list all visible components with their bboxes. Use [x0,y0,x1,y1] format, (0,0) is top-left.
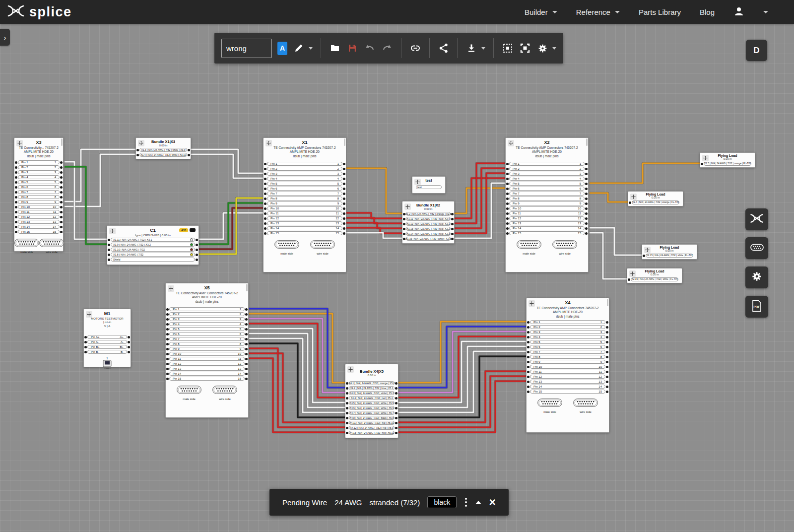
pin-dot[interactable] [15,231,17,233]
pin-dot[interactable] [606,366,608,368]
pin-dot[interactable] [264,232,266,235]
conductor-row[interactable]: Shield [107,258,198,262]
annotate-button[interactable]: A [277,42,287,55]
pin-row[interactable]: Pin 1212 [14,215,63,219]
pin-dot[interactable] [451,223,454,225]
pin-dot[interactable] [585,232,588,235]
pdf-export-button[interactable]: PDF [745,296,768,318]
pin-row[interactable]: Pin 55 [506,182,588,186]
pin-dot[interactable] [403,228,405,230]
pin-dot[interactable] [15,171,17,174]
pin-dot[interactable] [166,368,169,370]
pin-dot[interactable] [527,386,529,388]
splice-tool-button[interactable] [745,208,768,230]
pin-dot[interactable] [264,193,266,195]
pin-dot[interactable] [585,227,588,230]
pin-dot[interactable] [343,227,345,230]
pin-row[interactable]: Pin 1111 [166,357,248,361]
pin-row[interactable]: Pin A-A- [84,340,131,344]
pin-dot[interactable] [343,217,345,220]
pin-dot[interactable] [506,217,509,220]
pin-dot[interactable] [108,244,110,246]
pin-row[interactable]: Pin B-B- [84,350,131,354]
pin-dot[interactable] [527,391,529,393]
pin-dot[interactable] [15,181,17,184]
pin-dot[interactable] [395,407,397,409]
pin-dot[interactable] [506,183,509,185]
pin-dot[interactable] [264,183,266,185]
pin-dot[interactable] [264,227,266,230]
pin-dot[interactable] [506,227,509,230]
wire-row[interactable]: X2.15 | N/A | 24 AWG | 7/32 | white | FL… [642,254,697,258]
wire-row[interactable]: X2.5 | N/A | 24 AWG | 7/32 | orange | FL… [700,162,755,166]
wire-white[interactable] [199,213,263,239]
pin-dot[interactable] [643,255,645,257]
wheel-tool-button[interactable] [745,266,768,288]
pin-row[interactable]: Pin 1515 [264,231,346,235]
pin-dot[interactable] [606,321,608,324]
wire-row[interactable]: X4.7 | N/A | 24 AWG | 7/32 | white | X5.… [345,411,398,415]
block-fl3[interactable]: Flying Lead0.00 inX2.15 | N/A | 24 AWG |… [642,244,697,260]
wire-row[interactable]: X4.11 | N/A | 24 AWG | 7/32 | red | X5.1… [345,421,398,425]
pin-dot[interactable] [264,163,266,165]
conductor-row[interactable]: X1.8 | N/A | 24 AWG | 7/32 [107,253,198,257]
nav-item-reference[interactable]: Reference [576,8,620,16]
pin-row[interactable]: Pin 44 [264,177,346,181]
move-icon[interactable] [702,155,709,161]
pin-row[interactable]: Pin 11 [264,162,346,166]
pin-row[interactable]: Pin 55 [14,180,63,184]
pin-dot[interactable] [245,328,248,331]
pin-dot[interactable] [346,417,348,419]
pin-dot[interactable] [196,254,198,256]
wire-row[interactable]: X1.2 | N/A | 24 AWG | 7/32 | orange | X2… [402,212,454,216]
pin-dot[interactable] [606,351,608,353]
pin-row[interactable]: Pin 77 [166,337,248,341]
pin-row[interactable]: Pin 33 [166,317,248,321]
pin-dot[interactable] [245,373,248,375]
pin-dot[interactable] [346,427,348,429]
harness-canvas[interactable]: X3TE Connectivity... 745207-2AMPLIMITE H… [0,24,794,532]
pin-row[interactable]: Pin 1010 [14,205,63,209]
collapse-icon[interactable] [475,501,481,504]
pin-dot[interactable] [60,226,63,228]
pin-dot[interactable] [585,217,588,220]
conductor-row[interactable]: X1.10 | N/A | 24 AWG | 7/32 [107,248,198,252]
pin-dot[interactable] [108,239,110,241]
pin-dot[interactable] [264,178,266,180]
pin-dot[interactable] [403,218,405,220]
pin-dot[interactable] [166,318,169,321]
pin-dot[interactable] [343,198,345,200]
block-bundlex4x5[interactable]: Bundle X4|X50.00 inX4.1 | N/A | 24 AWG |… [345,364,398,438]
pin-dot[interactable] [245,333,248,335]
pin-dot[interactable] [60,166,63,169]
wire-row[interactable]: X1.13 | N/A | 22 AWG | 7/30 | red | X2.2 [402,227,454,231]
pin-dot[interactable] [585,222,588,225]
pin-dot[interactable] [343,163,345,165]
pin-dot[interactable] [343,168,345,170]
pin-dot[interactable] [403,213,405,215]
pin-dot[interactable] [15,166,17,169]
pin-dot[interactable] [451,228,454,230]
pin-row[interactable]: Pin 1313 [14,220,63,224]
pin-dot[interactable] [585,207,588,210]
save-icon[interactable] [346,42,358,55]
pin-dot[interactable] [166,373,169,375]
wire-row[interactable]: X4.12 | N/A | 24 AWG | 7/32 | red | X5.9 [345,426,398,430]
pin-dot[interactable] [84,351,87,353]
pin-row[interactable]: Pin 1414 [527,385,609,389]
pin-dot[interactable] [606,361,608,363]
move-icon[interactable] [86,311,92,318]
pin-dot[interactable] [166,328,169,331]
pin-dot[interactable] [527,331,529,333]
pin-dot[interactable] [84,336,87,338]
pin-dot[interactable] [84,346,87,348]
pin-row[interactable]: Pin 1212 [166,362,248,366]
wire-row[interactable]: X1.3 | N/A | 24 AWG | 7/32 | white | X3.… [136,148,191,152]
move-icon[interactable] [16,140,23,146]
pin-row[interactable]: Pin 1515 [527,390,609,394]
pin-dot[interactable] [264,198,266,200]
pin-dot[interactable] [403,238,405,240]
pin-dot[interactable] [245,363,248,365]
pin-dot[interactable] [60,176,63,179]
pin-dot[interactable] [395,417,397,419]
